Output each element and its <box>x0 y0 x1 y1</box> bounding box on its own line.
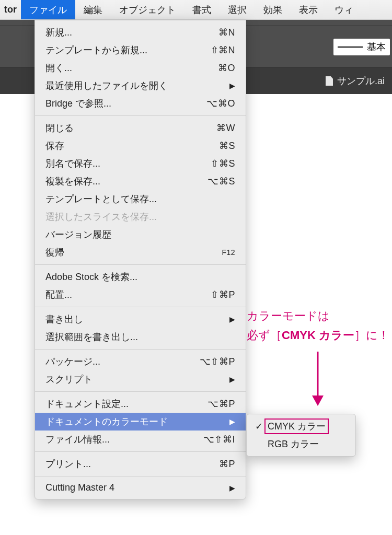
annotation-callout: カラーモードは 必ず［CMYK カラー］に！ <box>247 306 389 407</box>
document-name: サンプル.ai <box>337 75 385 87</box>
menu-separator <box>35 115 246 116</box>
menu-separator <box>35 349 246 350</box>
menu-select[interactable]: 選択 <box>220 0 255 19</box>
menu-separator <box>35 476 246 476</box>
annotation-line1: カラーモードは <box>247 306 389 325</box>
menu-type[interactable]: 書式 <box>184 0 220 19</box>
menu-close[interactable]: 閉じる⌘W <box>35 119 246 137</box>
menu-view[interactable]: 表示 <box>291 0 326 19</box>
menu-save-copy[interactable]: 複製を保存...⌥⌘S <box>35 172 246 190</box>
submenu-cmyk[interactable]: ✓ CMYK カラー <box>247 417 355 435</box>
stroke-line-icon <box>338 46 363 48</box>
submenu-arrow-icon: ▶ <box>229 484 235 492</box>
checkmark-icon: ✓ <box>254 421 263 432</box>
menu-export-selection[interactable]: 選択範囲を書き出し... <box>35 328 246 346</box>
shortcut: ⇧⌘S <box>211 158 235 169</box>
shortcut: ⌘N <box>218 27 235 38</box>
menu-open-recent[interactable]: 最近使用したファイルを開く▶ <box>35 77 246 95</box>
menu-file-info[interactable]: ファイル情報...⌥⇧⌘I <box>35 431 246 448</box>
stroke-label: 基本 <box>367 41 386 53</box>
shortcut: ⌥⇧⌘I <box>203 434 235 445</box>
svg-marker-1 <box>312 396 324 406</box>
menu-cutting-master[interactable]: Cutting Master 4▶ <box>35 480 246 496</box>
menu-document-setup[interactable]: ドキュメント設定...⌥⌘P <box>35 395 246 413</box>
stroke-preset[interactable]: 基本 <box>333 39 390 55</box>
menu-object[interactable]: オブジェクト <box>111 0 184 19</box>
menu-save[interactable]: 保存⌘S <box>35 137 246 155</box>
menu-separator <box>35 391 246 392</box>
app-name-fragment: tor <box>0 0 21 19</box>
menu-export[interactable]: 書き出し▶ <box>35 310 246 328</box>
menu-new-from-template[interactable]: テンプレートから新規...⇧⌘N <box>35 41 246 59</box>
submenu-arrow-icon: ▶ <box>229 375 235 383</box>
menu-print[interactable]: プリント...⌘P <box>35 455 246 473</box>
color-mode-submenu: ✓ CMYK カラー RGB カラー <box>246 414 356 457</box>
menu-revert[interactable]: 復帰F12 <box>35 243 246 261</box>
file-icon <box>326 76 333 86</box>
shortcut: ⇧⌘P <box>211 289 235 300</box>
menu-bar: tor ファイル 編集 オブジェクト 書式 選択 効果 表示 ウィ <box>0 0 392 20</box>
submenu-arrow-icon: ▶ <box>229 82 235 90</box>
file-menu-dropdown: 新規...⌘N テンプレートから新規...⇧⌘N 開く...⌘O 最近使用したフ… <box>34 20 246 499</box>
submenu-arrow-icon: ▶ <box>229 315 235 323</box>
shortcut: F12 <box>222 248 235 257</box>
menu-open[interactable]: 開く...⌘O <box>35 59 246 77</box>
submenu-rgb[interactable]: RGB カラー <box>247 435 355 453</box>
document-tab[interactable]: サンプル.ai <box>320 68 390 94</box>
shortcut: ⌘S <box>219 140 235 152</box>
menu-effect[interactable]: 効果 <box>255 0 291 19</box>
shortcut: ⌥⌘P <box>207 398 235 410</box>
menu-package[interactable]: パッケージ...⌥⇧⌘P <box>35 353 246 370</box>
menu-browse-bridge[interactable]: Bridge で参照...⌥⌘O <box>35 95 246 112</box>
menu-new[interactable]: 新規...⌘N <box>35 24 246 41</box>
annotation-line2: 必ず［CMYK カラー］に！ <box>247 325 389 345</box>
menu-place[interactable]: 配置...⇧⌘P <box>35 286 246 304</box>
shortcut: ⇧⌘N <box>211 44 236 56</box>
menu-separator <box>35 451 246 452</box>
menu-save-selected-slices: 選択したスライスを保存... <box>35 208 246 226</box>
submenu-cmyk-label: CMYK カラー <box>264 418 329 434</box>
menu-separator <box>35 264 246 265</box>
menu-version-history[interactable]: バージョン履歴 <box>35 226 246 243</box>
menu-save-as-template[interactable]: テンプレートとして保存... <box>35 190 246 208</box>
menu-search-adobe-stock[interactable]: Adobe Stock を検索... <box>35 268 246 286</box>
menu-window[interactable]: ウィ <box>326 0 362 19</box>
menu-save-as[interactable]: 別名で保存...⇧⌘S <box>35 155 246 172</box>
shortcut: ⌥⌘S <box>207 176 235 187</box>
submenu-arrow-icon: ▶ <box>229 417 235 426</box>
menu-separator <box>35 307 246 307</box>
shortcut: ⌘O <box>218 62 235 74</box>
submenu-rgb-label: RGB カラー <box>268 438 319 450</box>
menu-document-color-mode[interactable]: ドキュメントのカラーモード▶ <box>35 413 246 431</box>
menu-scripts[interactable]: スクリプト▶ <box>35 370 246 388</box>
menu-file[interactable]: ファイル <box>21 0 75 19</box>
arrow-down-icon <box>307 350 328 407</box>
menu-edit[interactable]: 編集 <box>75 0 111 19</box>
shortcut: ⌘W <box>216 122 235 134</box>
shortcut: ⌥⌘O <box>206 98 235 109</box>
shortcut: ⌥⇧⌘P <box>200 356 235 367</box>
shortcut: ⌘P <box>219 458 235 470</box>
